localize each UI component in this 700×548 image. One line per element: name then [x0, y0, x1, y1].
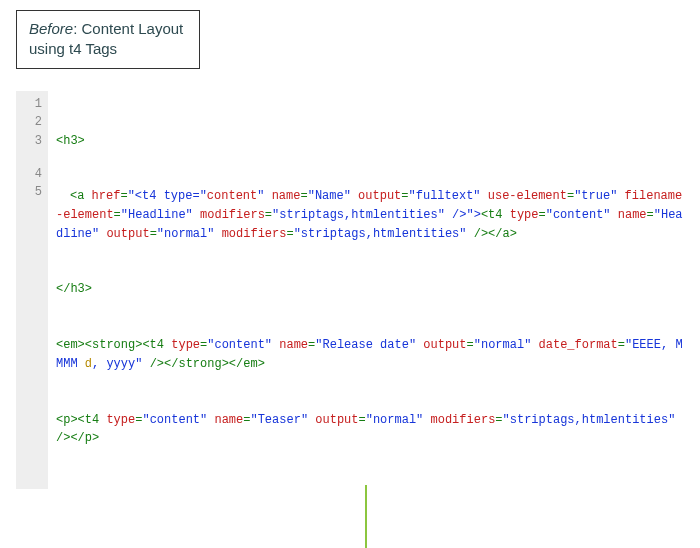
tok: "Teaser": [250, 413, 308, 427]
tok: output: [358, 189, 401, 203]
lineno: 5: [22, 183, 42, 216]
lineno: 4: [22, 165, 42, 184]
tok: "content": [207, 338, 272, 352]
tok: "content": [546, 208, 611, 222]
tok: "striptags,htmlentities": [272, 208, 445, 222]
tok: "striptags,htmlentities": [503, 413, 676, 427]
tok: , yyyy": [92, 357, 142, 371]
tok: <t4: [78, 413, 100, 427]
caption-before: Before: Content Layout using t4 Tags: [16, 10, 200, 69]
tok: d: [85, 357, 92, 371]
tok: "Headline": [121, 208, 193, 222]
lineno: 2: [22, 113, 42, 132]
tok: modifiers: [431, 413, 496, 427]
tok: date_format: [539, 338, 618, 352]
tok: type: [106, 413, 135, 427]
lineno: 1: [22, 95, 42, 114]
tok: "fulltext": [409, 189, 481, 203]
tok: <a: [70, 189, 84, 203]
tok: name: [272, 189, 301, 203]
tok: type: [510, 208, 539, 222]
tok: "striptags,htmlentities": [294, 227, 467, 241]
tok: href: [92, 189, 121, 203]
arrow-wrap: [16, 489, 684, 548]
code-before: <h3> <a href="<t4 type="content" name="N…: [48, 91, 684, 489]
code-block-before: 1 2 3 4 5 <h3> <a href="<t4 type="conten…: [16, 91, 684, 489]
tok: <t4: [142, 338, 164, 352]
tok: "true": [574, 189, 617, 203]
tok: </h3>: [56, 282, 92, 296]
arrow-down-icon: [346, 485, 386, 548]
tok: "Release date": [315, 338, 416, 352]
tok: name: [618, 208, 647, 222]
tok: /></strong></em>: [150, 357, 265, 371]
tok: <em>: [56, 338, 85, 352]
tok: "normal": [157, 227, 215, 241]
tok: output: [106, 227, 149, 241]
tok: content: [207, 189, 257, 203]
tok: output: [315, 413, 358, 427]
tok: "content": [142, 413, 207, 427]
tok: use-element: [488, 189, 567, 203]
tok: <t4: [481, 208, 503, 222]
tok: /></a>: [474, 227, 517, 241]
caption-before-prefix: Before: [29, 20, 73, 37]
tok: name: [214, 413, 243, 427]
gutter-before: 1 2 3 4 5: [16, 91, 48, 489]
lineno: 3: [22, 132, 42, 165]
tok: <p>: [56, 413, 78, 427]
tok: "normal": [474, 338, 532, 352]
tok: type: [171, 338, 200, 352]
tok: <h3>: [56, 134, 85, 148]
tok: "Name": [308, 189, 351, 203]
tok: output: [423, 338, 466, 352]
tok: modifiers: [222, 227, 287, 241]
tok: <strong>: [85, 338, 143, 352]
tok: "normal": [366, 413, 424, 427]
tok: name: [279, 338, 308, 352]
tok: "<t4 type=": [128, 189, 207, 203]
tok: modifiers: [200, 208, 265, 222]
tok: />">: [452, 208, 481, 222]
tok: /></p>: [56, 431, 99, 445]
